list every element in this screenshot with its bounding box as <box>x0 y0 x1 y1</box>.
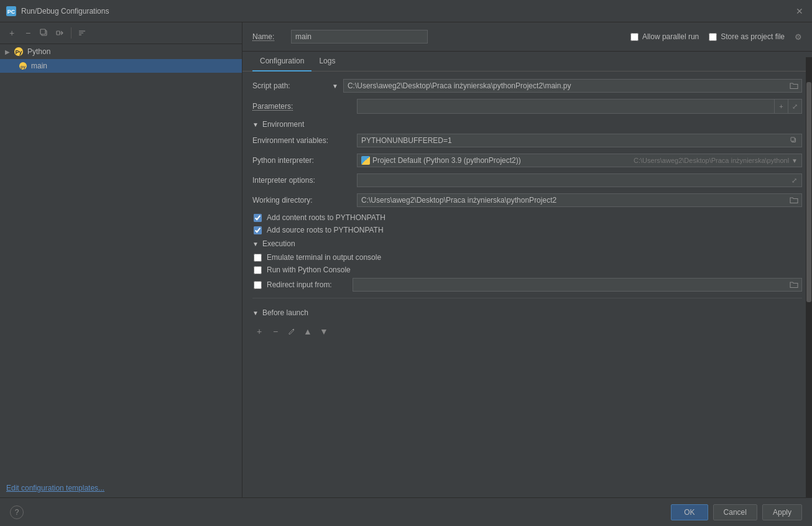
add-source-roots-checkbox[interactable] <box>254 226 262 234</box>
emulate-terminal-row: Emulate terminal in output console <box>252 253 802 262</box>
add-content-roots-checkbox[interactable] <box>254 214 262 222</box>
parameters-row: Parameters: + ⤢ <box>252 99 802 114</box>
ok-button[interactable]: OK <box>671 504 708 520</box>
remove-config-button[interactable]: − <box>21 26 35 40</box>
bottom-bar: ? OK Cancel Apply <box>0 497 812 526</box>
edit-templates-link[interactable]: Edit configuration templates... <box>0 479 242 497</box>
redirect-input-checkbox[interactable] <box>254 281 262 289</box>
bottom-actions: OK Cancel Apply <box>671 504 802 520</box>
title-bar: PC Run/Debug Configurations ✕ <box>0 0 812 22</box>
interpreter-options-expand-button[interactable]: ⤢ <box>787 174 801 187</box>
env-vars-row: Environment variables: <box>252 134 802 147</box>
before-launch-section: ▼ Before launch + − ▲ ▼ <box>252 298 802 341</box>
redirect-input-wrap <box>353 278 802 292</box>
right-panel: Name: Allow parallel run Store as projec… <box>242 22 812 497</box>
working-directory-label: Working directory: <box>252 196 352 205</box>
interpreter-options-input-wrap: ⤢ <box>357 173 802 187</box>
tabs-bar: Configuration Logs <box>242 52 812 72</box>
header-right: Allow parallel run Store as project file… <box>630 32 802 42</box>
execution-section-header[interactable]: ▼ Execution <box>252 239 802 248</box>
app-icon: PC <box>6 6 16 16</box>
store-as-project-file-label[interactable]: Store as project file <box>709 32 785 41</box>
environment-arrow-icon: ▼ <box>252 121 259 128</box>
script-path-dropdown[interactable]: ▼ <box>332 83 338 90</box>
redirect-input-folder-button[interactable] <box>787 279 801 291</box>
before-launch-add-button[interactable]: + <box>252 325 266 338</box>
python-group-icon: Py <box>14 47 24 57</box>
apply-button[interactable]: Apply <box>762 504 802 520</box>
config-content: Script path: ▼ Param <box>242 72 812 497</box>
svg-text:PC: PC <box>7 9 16 15</box>
close-button[interactable]: ✕ <box>793 5 806 17</box>
env-vars-copy-button[interactable] <box>787 134 801 147</box>
before-launch-down-button[interactable]: ▼ <box>317 325 331 338</box>
interpreter-options-input[interactable] <box>358 174 787 187</box>
toolbar-separator <box>71 27 72 39</box>
python-group-label: Python <box>27 47 50 56</box>
working-directory-folder-button[interactable] <box>787 194 801 206</box>
dropdown-arrow-icon: ▼ <box>332 83 338 90</box>
redirect-input-field[interactable] <box>353 279 787 291</box>
script-path-input-wrap <box>343 79 802 93</box>
config-tree: ▶ Py Python py main <box>0 44 242 479</box>
left-panel: + − <box>0 22 242 497</box>
allow-parallel-run-label[interactable]: Allow parallel run <box>630 32 699 41</box>
tab-logs[interactable]: Logs <box>311 52 343 72</box>
before-launch-remove-button[interactable]: − <box>269 325 282 338</box>
allow-parallel-run-checkbox[interactable] <box>630 33 639 41</box>
name-input[interactable] <box>291 30 428 44</box>
environment-section-header[interactable]: ▼ Environment <box>252 120 802 129</box>
share-config-button[interactable] <box>53 26 67 40</box>
sort-config-button[interactable] <box>75 26 89 40</box>
script-path-folder-button[interactable] <box>787 80 801 92</box>
copy-config-button[interactable] <box>37 26 51 40</box>
svg-rect-4 <box>57 31 60 35</box>
scrollbar-thumb <box>806 82 811 302</box>
run-with-python-console-checkbox[interactable] <box>254 266 262 274</box>
before-launch-section-header[interactable]: ▼ Before launch <box>252 308 802 317</box>
store-as-project-file-text: Store as project file <box>721 32 785 41</box>
working-directory-row: Working directory: <box>252 193 802 207</box>
working-directory-input-wrap <box>357 193 802 207</box>
working-directory-input[interactable] <box>358 194 787 206</box>
interpreter-options-label: Interpreter options: <box>252 176 352 185</box>
name-label: Name: <box>252 32 284 41</box>
before-launch-toolbar: + − ▲ ▼ <box>252 322 802 341</box>
parameters-label: Parameters: <box>252 102 352 111</box>
right-scrollbar[interactable] <box>806 57 812 497</box>
env-vars-input[interactable] <box>358 134 787 147</box>
add-content-roots-label[interactable]: Add content roots to PYTHONPATH <box>267 213 385 222</box>
parameters-expand-button[interactable]: ⤢ <box>788 99 801 113</box>
parameters-add-button[interactable]: + <box>774 99 788 113</box>
help-button[interactable]: ? <box>10 505 24 519</box>
before-launch-up-button[interactable]: ▲ <box>301 325 315 338</box>
python-group-item[interactable]: ▶ Py Python <box>0 44 242 59</box>
left-toolbar: + − <box>0 22 242 44</box>
interpreter-select[interactable]: Project Default (Python 3.9 (pythonProje… <box>357 154 802 167</box>
run-with-python-console-label[interactable]: Run with Python Console <box>267 265 351 274</box>
interpreter-row: Python interpreter: Project Default (Pyt… <box>252 154 802 167</box>
env-vars-label: Environment variables: <box>252 136 352 145</box>
interpreter-path: C:\Users\aweg2\Desktop\Praca inżynierska… <box>634 157 789 164</box>
settings-gear-icon[interactable]: ⚙ <box>795 32 802 42</box>
parameters-input[interactable] <box>358 100 774 113</box>
svg-rect-13 <box>791 137 795 141</box>
tab-configuration[interactable]: Configuration <box>252 52 311 72</box>
right-panel-wrapper: Name: Allow parallel run Store as projec… <box>242 22 812 497</box>
interpreter-dropdown-arrow-icon: ▼ <box>791 157 798 164</box>
main-config-icon: py <box>19 62 27 70</box>
interpreter-icon <box>361 156 370 165</box>
emulate-terminal-label[interactable]: Emulate terminal in output console <box>267 253 381 262</box>
redirect-input-label[interactable]: Redirect input from: <box>267 280 348 289</box>
before-launch-edit-button[interactable] <box>285 325 298 338</box>
cancel-button[interactable]: Cancel <box>713 504 757 520</box>
main-config-item[interactable]: py main <box>0 59 242 73</box>
allow-parallel-run-text: Allow parallel run <box>642 32 699 41</box>
script-path-input[interactable] <box>344 80 787 92</box>
emulate-terminal-checkbox[interactable] <box>254 254 262 262</box>
add-config-button[interactable]: + <box>5 26 19 40</box>
store-as-project-file-checkbox[interactable] <box>709 33 717 41</box>
add-source-roots-label[interactable]: Add source roots to PYTHONPATH <box>267 226 384 234</box>
script-path-row: Script path: ▼ <box>252 79 802 93</box>
interpreter-name: Project Default (Python 3.9 (pythonProje… <box>372 156 631 165</box>
